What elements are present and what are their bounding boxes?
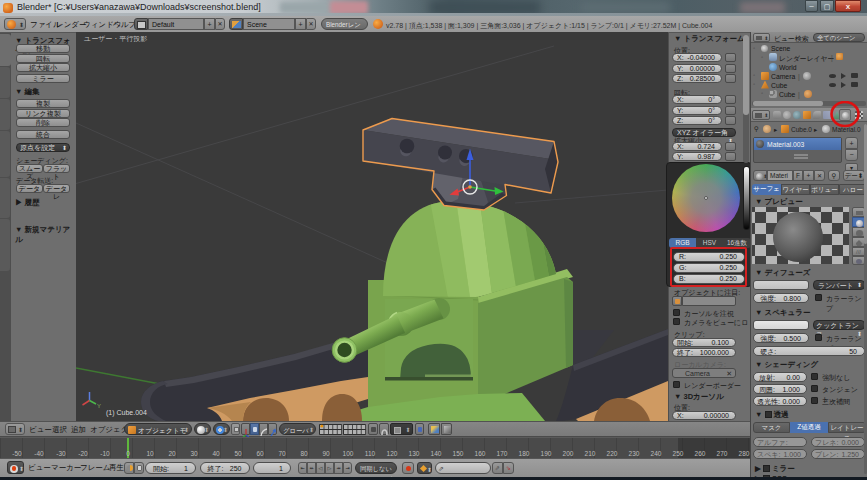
svg-text:Y: Y bbox=[97, 403, 101, 409]
svg-text:ユーザー・平行投影: ユーザー・平行投影 bbox=[84, 35, 147, 43]
svg-text:(1) Cube.004: (1) Cube.004 bbox=[106, 409, 147, 417]
